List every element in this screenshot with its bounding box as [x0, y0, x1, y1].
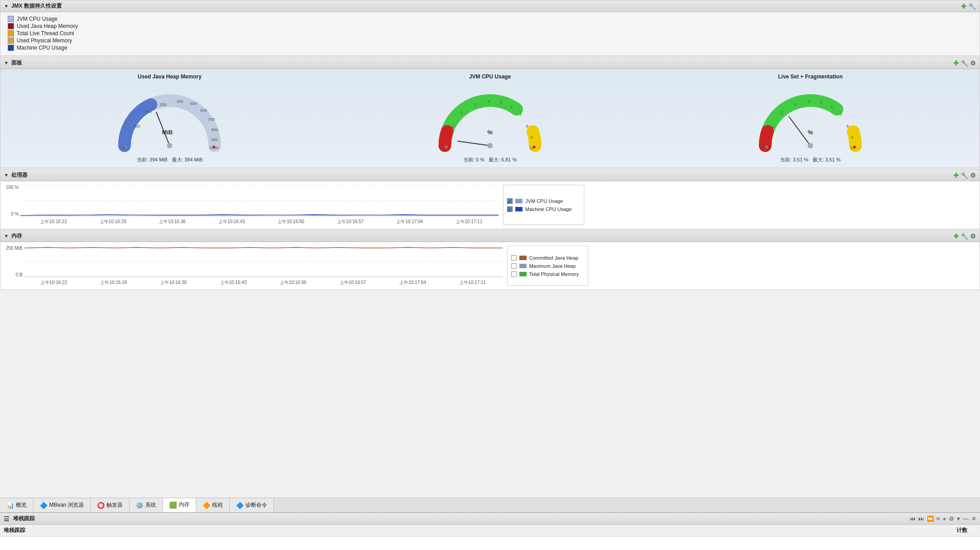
- tab-overview[interactable]: 📊 概览: [0, 498, 33, 512]
- main-container: ▼ JMX 数据持久性设置 ✚ 🔧 JVM CPU Usage Used Jav…: [0, 0, 980, 550]
- svg-point-46: [765, 146, 768, 148]
- memory-header: ▼ 内存 ✚ 🔧 ⚙: [0, 230, 980, 242]
- memory-legend-committed: Committed Java Heap: [511, 255, 584, 261]
- legend-color-machine-cpu: [8, 45, 14, 51]
- memory-legend-maximum-check[interactable]: [511, 263, 517, 269]
- stack-dropdown-icon[interactable]: ▾: [957, 515, 960, 522]
- jmx-header-left: ▼ JMX 数据持久性设置: [4, 2, 62, 10]
- memory-legend-committed-check[interactable]: [511, 255, 517, 261]
- svg-text:600: 600: [200, 108, 207, 113]
- tab-diag-icon: 🔷: [236, 502, 244, 509]
- stack-minimize-icon[interactable]: —: [963, 515, 969, 522]
- tab-diag[interactable]: 🔷 诊断命令: [230, 498, 274, 512]
- tab-memory-label: 内存: [179, 501, 190, 509]
- stack-action-3[interactable]: ⏩: [927, 515, 934, 522]
- stack-col-trace: 堆栈跟踪: [4, 527, 931, 534]
- processor-x-labels: 上午10:16:22 上午10:16:29 上午10:16:36 上午10:16…: [24, 219, 499, 225]
- svg-text:300: 300: [160, 102, 166, 107]
- jmx-collapse-icon[interactable]: ▼: [4, 4, 9, 9]
- memory-legend-physical-check[interactable]: [511, 271, 517, 277]
- panel-header-left: ▼ 面板: [4, 59, 22, 67]
- processor-y-labels: 100 % 0 %: [6, 185, 18, 216]
- processor-edit-btn[interactable]: 🔧: [961, 172, 968, 179]
- gauge-liveset-wrapper: 0 1 2 3 4 5 6 7 8 9 10 %: [752, 82, 869, 155]
- gauge-heap-current: 当前: 394 MiB: [137, 157, 167, 162]
- svg-text:1: 1: [452, 124, 454, 128]
- gauge-heap-info: 当前: 394 MiB 最大: 394 MiB: [9, 156, 330, 163]
- gauge-cpu-svg: 0 1 2 3 4 5 6 7 8 9 10 %: [431, 82, 549, 155]
- processor-legend-jvm-check[interactable]: ✓: [507, 198, 513, 204]
- processor-y-top: 100 %: [6, 185, 18, 190]
- svg-point-29: [487, 143, 493, 148]
- processor-x-6: 上午10:16:57: [337, 219, 364, 225]
- gauge-heap-wrapper: 0 100 200 300 400 500 600 700 800 900 10…: [111, 82, 228, 155]
- stack-action-2[interactable]: ⏭: [918, 515, 924, 522]
- svg-text:100: 100: [134, 124, 140, 128]
- panel-edit-btn[interactable]: 🔧: [961, 60, 968, 67]
- panel-settings-btn[interactable]: ⚙: [970, 60, 976, 67]
- memory-collapse-icon[interactable]: ▼: [4, 234, 9, 238]
- gauge-liveset-title: Live Set + Fragmentation: [650, 73, 971, 80]
- legend-label-heap: Used Java Heap Memory: [17, 23, 78, 29]
- legend-label-jvm-cpu: JVM CPU Usage: [17, 16, 58, 22]
- gauge-liveset: Live Set + Fragmentation 0 1: [650, 73, 971, 163]
- svg-text:3: 3: [795, 102, 797, 107]
- svg-text:8: 8: [846, 124, 849, 128]
- processor-legend-machine-check[interactable]: ✓: [507, 206, 513, 212]
- svg-line-28: [458, 141, 490, 146]
- svg-text:400: 400: [176, 99, 183, 104]
- memory-add-btn[interactable]: ✚: [953, 233, 959, 240]
- processor-add-btn[interactable]: ✚: [953, 172, 959, 179]
- gauge-heap: Used Java Heap Memory: [9, 73, 330, 163]
- tab-system-label: 系统: [145, 501, 156, 509]
- stack-action-5[interactable]: ●: [943, 515, 946, 522]
- tab-trigger[interactable]: ⭕ 触发器: [91, 498, 129, 512]
- jmx-section: ▼ JMX 数据持久性设置 ✚ 🔧 JVM CPU Usage Used Jav…: [0, 0, 980, 56]
- tab-memory[interactable]: 🟩 内存: [163, 498, 196, 512]
- memory-x-5: 上午10:16:50: [280, 280, 306, 286]
- legend-item-jvm-cpu: JVM CPU Usage: [8, 16, 972, 22]
- svg-text:9: 9: [851, 135, 853, 140]
- jmx-add-btn[interactable]: ✚: [961, 3, 966, 10]
- processor-settings-btn[interactable]: ⚙: [970, 172, 976, 179]
- stack-col-count: 计数: [931, 527, 976, 534]
- gauge-liveset-info: 当前: 3.51 % 最大: 3.51 %: [650, 156, 971, 163]
- legend-label-thread: Total Live Thread Count: [17, 30, 74, 37]
- memory-x-1: 上午10:16:22: [41, 280, 67, 286]
- jmx-settings-btn[interactable]: 🔧: [968, 3, 976, 10]
- stack-action-4[interactable]: ≡: [937, 515, 940, 522]
- memory-settings-btn[interactable]: ⚙: [970, 233, 976, 240]
- memory-legend-committed-label: Committed Java Heap: [529, 255, 578, 261]
- memory-legend-maximum-label: Maximum Java Heap: [529, 263, 576, 269]
- processor-legend: ✓ JVM CPU Usage ✓ Machine CPU Usage: [503, 185, 584, 225]
- memory-section: ▼ 内存 ✚ 🔧 ⚙ 256 MiB 0 B: [0, 230, 980, 290]
- panel-collapse-icon[interactable]: ▼: [4, 60, 9, 65]
- processor-chart-svg-container: [20, 185, 499, 218]
- jmx-content: JVM CPU Usage Used Java Heap Memory Tota…: [0, 12, 980, 55]
- processor-x-7: 上午10:17:04: [396, 219, 423, 225]
- gauge-heap-title: Used Java Heap Memory: [9, 73, 330, 80]
- processor-legend-machine-color: [515, 207, 522, 211]
- processor-actions: ✚ 🔧 ⚙: [953, 172, 976, 179]
- memory-legend-maximum: Maximum Java Heap: [511, 263, 584, 269]
- tab-bar: 📊 概览 🔷 MBean 浏览器 ⭕ 触发器 ⚙️ 系统 🟩 内存 🔶 线程 🔷…: [0, 498, 980, 513]
- tab-thread[interactable]: 🔶 线程: [196, 498, 230, 512]
- svg-text:5: 5: [500, 100, 502, 105]
- processor-collapse-icon[interactable]: ▼: [4, 173, 9, 178]
- legend-item-thread: Total Live Thread Count: [8, 30, 972, 37]
- stack-action-6[interactable]: ⚙: [949, 515, 954, 522]
- memory-edit-btn[interactable]: 🔧: [961, 233, 968, 240]
- svg-text:500: 500: [190, 101, 197, 106]
- legend-color-heap: [8, 23, 14, 29]
- stack-close-icon[interactable]: ✕: [971, 515, 976, 522]
- tab-mbean[interactable]: 🔷 MBean 浏览器: [33, 498, 91, 512]
- panel-add-btn[interactable]: ✚: [953, 60, 959, 67]
- processor-x-1: 上午10:16:22: [40, 219, 67, 225]
- stack-menu-icon[interactable]: ☰: [4, 515, 9, 522]
- svg-text:2: 2: [781, 110, 783, 115]
- memory-x-7: 上午10:17:04: [399, 280, 426, 286]
- tab-system[interactable]: ⚙️ 系统: [129, 498, 163, 512]
- panel-actions: ✚ 🔧 ⚙: [953, 60, 976, 67]
- stack-action-1[interactable]: ⏮: [910, 515, 915, 522]
- gauge-cpu: JVM CPU Usage 0 1 2: [330, 73, 650, 163]
